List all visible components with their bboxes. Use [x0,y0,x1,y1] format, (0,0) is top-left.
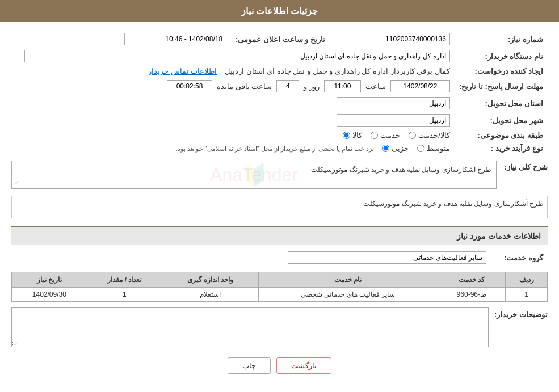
category-option1-label: کالا [352,131,362,140]
buyer-desc-row: توضیحات خریدار: ↙ [11,307,548,349]
cell-date: 1402/09/30 [12,288,87,302]
col-count: تعداد / مقدار [87,272,162,288]
need-number-label: شماره نیاز: [508,35,543,44]
countdown-input[interactable] [167,80,212,92]
deadline-time-input[interactable] [324,80,361,92]
deadline-days-input[interactable] [276,80,299,92]
category-option-goods-services[interactable]: کالا/خدمت [409,131,450,140]
category-radio-service[interactable] [371,132,378,139]
cell-row-num: 1 [506,288,548,302]
deadline-time-label: ساعت [365,82,386,91]
date-input[interactable] [124,33,226,45]
province-input[interactable] [337,97,450,109]
buyer-org-label: نام دستگاه خریدار: [485,52,543,61]
buyer-desc-textarea[interactable] [11,307,489,347]
purchase-type-label: نوع فرآیند خرید : [491,144,543,153]
purchase-option-minor[interactable]: جزیی [382,144,409,153]
need-desc-row: شرح کلی نیاز: طرح آشکارسازی وسایل نقلیه … [11,161,548,189]
group-label: گروه خدمت: [504,254,543,262]
col-unit: واحد اندازه گیری [162,272,259,288]
deadline-date-input[interactable] [390,80,450,92]
creator-label: ایجاد کننده درخواست: [474,67,543,75]
need-desc-box: طرح آشکارسازی وسایل نقلیه هدف و خرید شبر… [11,161,497,189]
buttons-row: بازگشت چاپ [11,357,548,374]
category-option2-label: خدمت [380,131,400,140]
purchase-option1-label: جزیی [392,144,409,153]
page-header: جزئیات اطلاعات نیاز [0,0,559,22]
services-table: ردیف کد خدمت نام خدمت واحد اندازه گیری ت… [11,272,548,302]
contact-link[interactable]: اطلاعات تماس خریدار [148,67,217,75]
purchase-radio-minor[interactable] [382,145,389,152]
group-input[interactable] [288,251,486,264]
table-row: 1 ط-96-960 سایر فعالیت های خدماتی شخصی ا… [12,288,548,302]
countdown-label: ساعت باقی مانده [217,82,272,91]
deadline-days-label: روز و [304,82,320,91]
cell-count: 1 [87,288,162,302]
back-button[interactable]: بازگشت [276,357,331,374]
category-option-goods[interactable]: کالا [343,131,362,140]
purchase-option2-label: متوسط [427,144,450,153]
cell-name: سایر فعالیت های خدماتی شخصی [259,288,438,302]
need-desc-label: شرح کلی نیاز: [502,161,548,171]
category-option-service[interactable]: خدمت [371,131,400,140]
category-radio-goods-services[interactable] [409,132,416,139]
purchase-radio-medium[interactable] [417,145,424,152]
buyer-desc-label: توضیحات خریدار: [494,307,548,319]
page-title: جزئیات اطلاعات نیاز [241,6,318,16]
purchase-option-medium[interactable]: متوسط [417,144,450,153]
col-name: نام خدمت [259,272,438,288]
need-number-input[interactable] [337,33,450,45]
date-label: تاریخ و ساعت اعلان عمومی: [236,35,325,44]
category-option3-label: کالا/خدمت [418,131,450,140]
creator-value: کمال برقی کاربرداز اداره کل راهداری و حم… [225,67,450,75]
buyer-org-input[interactable] [24,50,450,62]
need-desc-value: طرح آشکارسازی وسایل نقلیه هدف و خرید شبر… [16,166,491,174]
purchase-note: پرداخت تمام یا بخشی از مبلغ خریدار از مح… [176,145,375,152]
province-label: استان محل تحویل: [485,99,543,108]
category-radio-goods[interactable] [343,132,350,139]
cell-unit: استعلام [162,288,259,302]
city-label: شهر محل تحویل: [490,116,543,125]
info-table: شماره نیاز: تاریخ و ساعت اعلان عمومی: نا… [11,31,548,155]
cell-code: ط-96-960 [438,288,505,302]
print-button[interactable]: چاپ [228,357,271,374]
col-row-num: ردیف [506,272,548,288]
col-date: تاریخ نیاز [12,272,87,288]
services-section-header: اطلاعات خدمات مورد نیاز [11,226,548,245]
city-input[interactable] [337,114,450,127]
group-table: گروه خدمت: [11,249,548,266]
deadline-label: مهلت ارسال پاسخ: تا تاریخ: [459,82,543,91]
need-desc-text: طرح آشکارسازی وسایل نقلیه هدف و خرید شبر… [11,196,548,218]
category-label: طبقه بندی موضوعی: [477,131,543,140]
col-code: کد خدمت [438,272,505,288]
